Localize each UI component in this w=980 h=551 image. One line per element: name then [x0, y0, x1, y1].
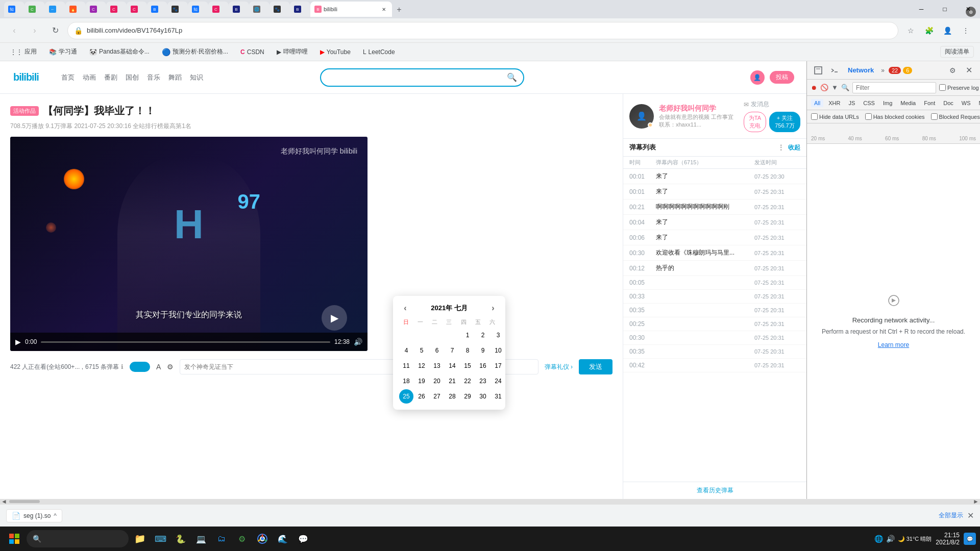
view-history-btn[interactable]: 查看历史弹幕 — [623, 482, 806, 499]
tab-2[interactable]: C — [24, 2, 45, 17]
bookmark-star-button[interactable]: ☆ — [902, 22, 919, 39]
tab-11[interactable]: C — [208, 2, 229, 17]
cal-day-24[interactable]: 24 — [491, 374, 505, 388]
cal-day-10[interactable]: 10 — [491, 343, 505, 358]
cal-day-12[interactable]: 12 — [414, 359, 429, 373]
type-js[interactable]: JS — [845, 99, 858, 107]
blocked-cookies-checkbox[interactable]: Has blocked cookies — [865, 113, 925, 120]
cal-day-16[interactable]: 16 — [476, 359, 490, 373]
bookmark-prediction[interactable]: 🔵 预测分析·民宿价格... — [158, 46, 232, 57]
refresh-button[interactable]: ↻ — [47, 22, 63, 39]
danmu-item-6[interactable]: 00:30 欢迎收看《珠穆朗玛与马里... 07-25 20:31 — [623, 245, 806, 261]
danmu-item-7[interactable]: 00:12 热乎的 07-25 20:31 — [623, 261, 806, 276]
nav-link-1[interactable]: 首页 — [61, 73, 75, 82]
cal-day-22[interactable]: 22 — [460, 374, 475, 388]
tab-13[interactable]: 🌐 — [249, 2, 270, 17]
tab-6[interactable]: C — [106, 2, 127, 17]
type-css[interactable]: CSS — [860, 99, 878, 107]
bookmark-youtube[interactable]: ▶ YouTube — [316, 47, 355, 57]
preserve-log-checkbox[interactable]: Preserve log — [939, 84, 979, 91]
taskbar-terminal-icon[interactable]: ⚙ — [233, 530, 251, 548]
user-icon[interactable]: 👤 — [750, 70, 765, 85]
cal-day-11[interactable]: 11 — [399, 359, 413, 373]
bookmark-apps[interactable]: ⋮⋮ 应用 — [6, 46, 41, 57]
tab-8[interactable]: B — [147, 2, 167, 17]
address-bar[interactable]: 🔒 bilibili.com/video/BV1764y167Lp — [67, 22, 898, 39]
danmaku-settings-btn[interactable]: ⚙ — [167, 363, 174, 371]
tab-close-btn[interactable]: ✕ — [380, 5, 388, 13]
cal-day-6[interactable]: 6 — [430, 343, 444, 358]
danmu-collapse-btn[interactable]: 收起 — [788, 143, 800, 152]
search-input[interactable] — [327, 74, 503, 81]
profile-button[interactable]: 👤 — [939, 22, 955, 39]
tab-4[interactable]: 🔥 — [65, 2, 86, 17]
nav-link-2[interactable]: 动画 — [83, 73, 96, 82]
sound-icon[interactable]: 🔊 — [886, 535, 895, 543]
hide-data-urls-checkbox[interactable]: Hide data URLs — [811, 113, 859, 120]
nav-link-7[interactable]: 知识 — [190, 73, 203, 82]
danmu-item-4[interactable]: 00:04 来了 07-25 20:31 — [623, 215, 806, 230]
tab-3[interactable]: ← — [45, 2, 65, 17]
devtools-settings-btn[interactable]: ⚙ — [945, 63, 960, 78]
danmu-item-3[interactable]: 00:21 啊啊啊啊啊啊啊啊啊啊啊刚 07-25 20:31 — [623, 199, 806, 215]
danmaku-gift-btn[interactable]: 弹幕礼仪 › — [545, 363, 573, 371]
cal-day-18[interactable]: 18 — [399, 374, 413, 388]
volume-btn[interactable]: 🔊 — [354, 338, 362, 346]
calendar-next-btn[interactable]: › — [487, 302, 499, 314]
close-button[interactable]: ✕ — [957, 0, 980, 18]
menu-button[interactable]: ⋮ — [958, 22, 974, 39]
devtools-close-btn[interactable]: ✕ — [962, 63, 976, 78]
cal-day-23[interactable]: 23 — [476, 374, 490, 388]
scrollbar-track-area[interactable] — [9, 500, 971, 503]
cal-day-15[interactable]: 15 — [460, 359, 475, 373]
play-button[interactable]: ▶ — [322, 305, 347, 331]
subtitle-btn[interactable]: A — [156, 363, 161, 371]
learn-more-link[interactable]: Learn more — [878, 341, 909, 348]
hide-data-urls-check[interactable] — [811, 113, 818, 120]
devtools-more-tabs[interactable]: » — [881, 67, 885, 74]
tab-15[interactable]: B — [290, 2, 310, 17]
cal-day-7[interactable]: 7 — [445, 343, 459, 358]
cal-day-26[interactable]: 26 — [414, 389, 429, 404]
type-xhr[interactable]: XHR — [825, 99, 843, 107]
scrollbar-thumb[interactable] — [9, 500, 40, 503]
taskbar-python-icon[interactable]: 🐍 — [172, 530, 190, 548]
cal-day-29[interactable]: 29 — [460, 389, 475, 404]
taskbar-search[interactable]: 🔍 — [27, 530, 129, 547]
new-tab-button[interactable]: + — [392, 3, 406, 17]
follow-btn[interactable]: + 关注 756.7万 — [769, 112, 800, 132]
extensions-button[interactable]: 🧩 — [921, 22, 937, 39]
devtools-elements-icon[interactable] — [811, 63, 825, 78]
charge-btn[interactable]: 为TA充电 — [744, 112, 766, 132]
cal-day-3[interactable]: 3 — [491, 328, 505, 342]
devtools-console-icon[interactable] — [827, 63, 842, 78]
search-button[interactable]: 🔍 — [507, 72, 517, 82]
type-all[interactable]: All — [811, 99, 823, 107]
calendar-prev-btn[interactable]: ‹ — [399, 302, 411, 314]
cal-day-2[interactable]: 2 — [476, 328, 490, 342]
type-img[interactable]: Img — [880, 99, 895, 107]
cal-day-13[interactable]: 13 — [430, 359, 444, 373]
cal-day-4[interactable]: 4 — [399, 343, 413, 358]
horizontal-scrollbar[interactable]: ◄ ► — [0, 499, 980, 504]
type-media[interactable]: Media — [897, 99, 919, 107]
tab-active[interactable]: B bilibili ✕ — [310, 2, 392, 17]
bookmark-pandas[interactable]: 🐼 Pandas基础命令... — [85, 46, 154, 57]
cal-day-31[interactable]: 31 — [491, 389, 505, 404]
blocked-requests-checkbox[interactable]: Blocked Requests — [931, 113, 980, 120]
filter-icon[interactable]: ▼ — [831, 82, 838, 94]
danmu-item-11[interactable]: 00:25 07-25 20:31 — [623, 317, 806, 331]
tab-1[interactable]: 知 — [4, 2, 24, 17]
show-all-btn[interactable]: 全部显示 — [939, 511, 963, 520]
taskbar-ide-icon[interactable]: 💻 — [192, 530, 210, 548]
tab-5[interactable]: C — [86, 2, 106, 17]
taskbar-dev-icon[interactable]: ⌨ — [151, 530, 169, 548]
bookmark-learning[interactable]: 📚 学习通 — [45, 46, 81, 57]
forward-button[interactable]: › — [27, 22, 43, 39]
search-network-btn[interactable]: 🔍 — [841, 82, 849, 94]
taskbar-edge-icon[interactable]: 🌊 — [274, 530, 292, 548]
nav-link-3[interactable]: 番剧 — [104, 73, 117, 82]
taskbar-explorer-icon[interactable]: 🗂 — [212, 530, 231, 548]
cal-day-25[interactable]: 25 — [399, 389, 413, 404]
cal-day-20[interactable]: 20 — [430, 374, 444, 388]
